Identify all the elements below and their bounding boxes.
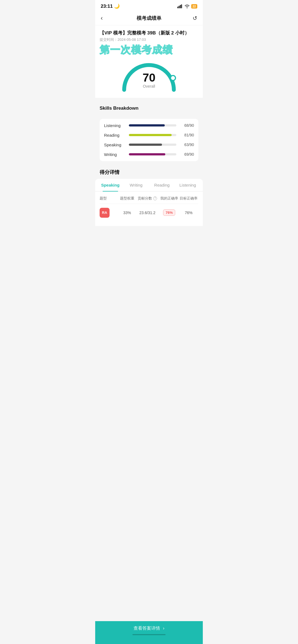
info-icon[interactable]: ? bbox=[153, 196, 157, 200]
skill-bar-fill bbox=[129, 144, 162, 146]
table-body: RA 33% 23.6/31.2 76% 76% bbox=[100, 204, 198, 222]
td-target: 76% bbox=[179, 211, 198, 215]
skill-row-listening: Listening 68/90 bbox=[104, 123, 194, 128]
battery-level: 22 bbox=[191, 4, 197, 9]
gauge-score: 70 Overall bbox=[143, 72, 156, 88]
gauge-wrapper: 70 Overall bbox=[119, 58, 179, 91]
tab-listening[interactable]: Listening bbox=[175, 179, 201, 191]
skill-bar-bg bbox=[129, 124, 176, 126]
page-header: ‹ 模考成绩单 ↺ bbox=[95, 11, 203, 25]
first-mock-label: 第一次模考成绩 bbox=[100, 44, 198, 55]
svg-rect-0 bbox=[177, 7, 178, 8]
skill-score: 68/90 bbox=[180, 123, 194, 128]
skills-breakdown-title: Skills Breakdown bbox=[100, 101, 198, 114]
signal-icon bbox=[177, 4, 183, 8]
th-target: 目标正确率 bbox=[179, 196, 198, 201]
th-contrib: 贡献分数 ? bbox=[135, 196, 159, 201]
exam-section: 【VIP 模考】完整模考 39B（新版 2 小时） 提交时间：2024-05-0… bbox=[95, 25, 203, 55]
td-weight: 33% bbox=[119, 211, 135, 215]
th-weight: 题型权重 bbox=[119, 196, 135, 201]
td-contrib: 23.6/31.2 bbox=[135, 211, 159, 215]
back-button[interactable]: ‹ bbox=[101, 15, 110, 22]
tabs: SpeakingWritingReadingListening bbox=[95, 179, 203, 192]
wifi-icon bbox=[185, 4, 190, 8]
th-type: 题型 bbox=[100, 196, 119, 201]
score-detail-title: 得分详情 bbox=[100, 165, 198, 179]
type-badge: RA bbox=[100, 208, 110, 218]
time-display: 23:11 bbox=[101, 4, 113, 9]
tab-writing[interactable]: Writing bbox=[123, 179, 149, 191]
skill-name: Listening bbox=[104, 123, 129, 128]
skill-score: 63/90 bbox=[180, 142, 194, 147]
tab-reading[interactable]: Reading bbox=[149, 179, 175, 191]
skill-bar-bg bbox=[129, 144, 176, 146]
status-icons: 22 bbox=[177, 4, 197, 9]
gauge-container: 70 Overall bbox=[95, 55, 203, 98]
skill-bar-bg bbox=[129, 153, 176, 155]
skill-row-reading: Reading 81/90 bbox=[104, 133, 194, 138]
my-rate-badge: 76% bbox=[163, 209, 175, 216]
status-time: 23:11 🌙 bbox=[101, 3, 120, 9]
score-detail-wrapper: 得分详情 SpeakingWritingReadingListening 题型 … bbox=[95, 165, 203, 254]
page-title: 模考成绩单 bbox=[137, 15, 161, 21]
svg-rect-3 bbox=[181, 4, 182, 8]
skill-row-writing: Writing 69/90 bbox=[104, 152, 194, 157]
overall-score: 70 bbox=[143, 72, 156, 83]
skills-breakdown-card: Listening 68/90 Reading 81/90 Speaking 6… bbox=[100, 119, 198, 161]
skill-row-speaking: Speaking 63/90 bbox=[104, 142, 194, 147]
skill-score: 69/90 bbox=[180, 152, 194, 157]
skill-name: Writing bbox=[104, 152, 129, 157]
th-myrate: 我的正确率 bbox=[159, 196, 179, 201]
table-row: RA 33% 23.6/31.2 76% 76% bbox=[100, 204, 198, 222]
svg-point-4 bbox=[171, 76, 175, 80]
skill-bar-fill bbox=[129, 153, 165, 155]
skill-bar-fill bbox=[129, 124, 165, 126]
skill-bar-fill bbox=[129, 134, 172, 136]
tabs-container: SpeakingWritingReadingListening bbox=[95, 179, 203, 192]
overall-label: Overall bbox=[143, 84, 156, 88]
exam-title: 【VIP 模考】完整模考 39B（新版 2 小时） bbox=[100, 30, 198, 36]
skill-bar-bg bbox=[129, 134, 176, 136]
td-type: RA bbox=[100, 208, 119, 218]
refresh-button[interactable]: ↺ bbox=[188, 15, 197, 21]
table-container: 题型 题型权重 贡献分数 ? 我的正确率 目标正确率 RA 33% 23.6/3… bbox=[95, 192, 203, 226]
skill-score: 81/90 bbox=[180, 133, 194, 137]
exam-submit-time: 提交时间：2024-05-08 17:03 bbox=[100, 37, 198, 42]
moon-icon: 🌙 bbox=[114, 4, 120, 9]
status-bar: 23:11 🌙 22 bbox=[95, 0, 203, 11]
skill-name: Speaking bbox=[104, 142, 129, 147]
svg-rect-1 bbox=[179, 6, 179, 8]
table-header: 题型 题型权重 贡献分数 ? 我的正确率 目标正确率 bbox=[100, 196, 198, 204]
tab-speaking[interactable]: Speaking bbox=[97, 179, 123, 191]
skills-list: Listening 68/90 Reading 81/90 Speaking 6… bbox=[104, 123, 194, 157]
td-myrate: 76% bbox=[159, 209, 179, 216]
svg-rect-2 bbox=[180, 5, 181, 8]
skill-name: Reading bbox=[104, 133, 129, 138]
